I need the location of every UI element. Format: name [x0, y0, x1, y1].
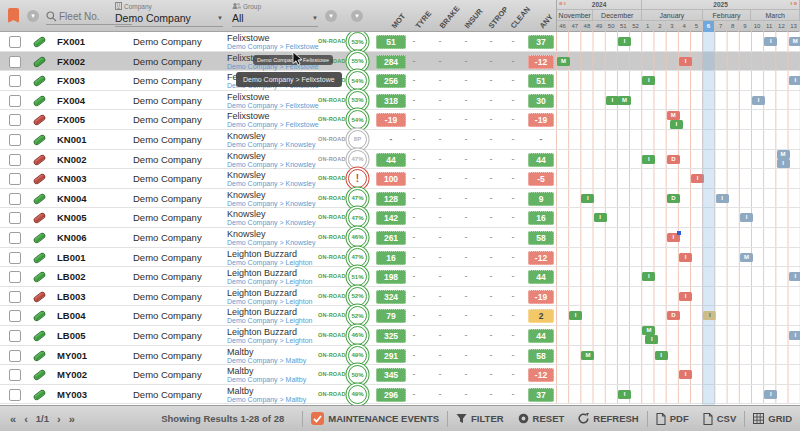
group-path-link[interactable]: Demo Company > Felixstowe: [227, 102, 322, 110]
timeline-week-1[interactable]: 1: [642, 21, 654, 32]
timeline-week-2[interactable]: 2: [654, 21, 666, 32]
timeline-week-13[interactable]: 13: [788, 21, 800, 32]
last-page-button[interactable]: »: [69, 413, 75, 425]
timeline-event-i[interactable]: I: [716, 194, 729, 203]
row-checkbox[interactable]: [9, 154, 21, 166]
group-path-link[interactable]: Demo Company > Maltby: [227, 357, 322, 365]
timeline-event-i[interactable]: I: [670, 120, 683, 129]
table-row[interactable]: FX005 Demo Company Felixstowe Demo Compa…: [0, 110, 800, 130]
timeline-event-d[interactable]: D: [667, 311, 680, 320]
export-csv-button[interactable]: CSV: [703, 413, 737, 425]
timeline-event-i[interactable]: I: [645, 335, 658, 344]
timeline-week-51[interactable]: 51: [618, 21, 630, 32]
table-row[interactable]: FX001 Demo Company Felixstowe Demo Compa…: [0, 32, 800, 52]
row-checkbox[interactable]: [9, 350, 21, 362]
timeline-event-i[interactable]: I: [679, 292, 692, 301]
reset-button[interactable]: RESET: [518, 413, 565, 424]
timeline-event-i[interactable]: I: [655, 351, 668, 360]
timeline-event-i[interactable]: I: [618, 390, 631, 399]
row-checkbox[interactable]: [9, 212, 21, 224]
row-checkbox[interactable]: [9, 193, 21, 205]
timeline-week-52[interactable]: 52: [630, 21, 642, 32]
timeline-event-i[interactable]: I: [642, 272, 655, 281]
timeline-event-i[interactable]: I: [581, 194, 594, 203]
timeline-week-11[interactable]: 11: [764, 21, 776, 32]
timeline-event-i[interactable]: I: [606, 96, 619, 105]
timeline-event-m[interactable]: M: [642, 326, 655, 335]
group-path-link[interactable]: Demo Company > Maltby: [227, 396, 322, 404]
table-row[interactable]: FX003 Demo Company Felixstowe Demo Compa…: [0, 71, 800, 91]
table-row[interactable]: KN006 Demo Company Knowsley Demo Company…: [0, 228, 800, 248]
timeline-event-i[interactable]: I: [691, 174, 704, 183]
timeline-prev-button[interactable]: ‹: [564, 0, 567, 7]
timeline-event-i[interactable]: I: [642, 76, 655, 85]
table-row[interactable]: MY001 Demo Company Maltby Demo Company >…: [0, 346, 800, 366]
timeline-week-46[interactable]: 46: [557, 21, 569, 32]
timeline-event-m[interactable]: M: [557, 57, 570, 66]
timeline-event-d[interactable]: D: [667, 155, 680, 164]
prev-page-button[interactable]: ‹: [24, 413, 28, 425]
timeline-week-8[interactable]: 8: [727, 21, 739, 32]
timeline-event-m[interactable]: M: [667, 111, 680, 120]
next-page-button[interactable]: ›: [57, 413, 61, 425]
group-path-link[interactable]: Demo Company > Knowsley: [227, 161, 322, 169]
group-path-link[interactable]: Demo Company > Felixstowe: [227, 121, 322, 129]
row-checkbox[interactable]: [9, 114, 21, 126]
timeline-event-m[interactable]: M: [740, 253, 753, 262]
table-row[interactable]: KN004 Demo Company Knowsley Demo Company…: [0, 189, 800, 209]
timeline-last-button[interactable]: »: [793, 0, 798, 7]
table-row[interactable]: LB004 Demo Company Leighton Buzzard Demo…: [0, 306, 800, 326]
timeline-event-i[interactable]: I: [642, 155, 655, 164]
timeline-event-m[interactable]: M: [777, 150, 790, 159]
row-checkbox[interactable]: [9, 291, 21, 303]
row-checkbox[interactable]: [9, 173, 21, 185]
group-path-link[interactable]: Demo Company > Knowsley: [227, 180, 322, 188]
timeline-week-4[interactable]: 4: [679, 21, 691, 32]
first-page-button[interactable]: «: [10, 413, 16, 425]
timeline-week-6[interactable]: 6: [703, 21, 715, 32]
row-checkbox[interactable]: [9, 95, 21, 107]
row-checkbox[interactable]: [9, 271, 21, 283]
bookmark-icon[interactable]: [8, 8, 19, 23]
table-row[interactable]: KN002 Demo Company Knowsley Demo Company…: [0, 150, 800, 170]
group-dropdown[interactable]: Group All ▼: [232, 2, 318, 27]
chevron-down-circle-button[interactable]: ▾: [325, 10, 337, 22]
chevron-down-circle-button[interactable]: ▾: [27, 10, 39, 22]
export-pdf-button[interactable]: PDF: [656, 413, 689, 425]
table-row[interactable]: FX002 Demo Company Felixstowe Demo Compa…: [0, 52, 800, 72]
timeline-week-10[interactable]: 10: [752, 21, 764, 32]
table-row[interactable]: KN003 Demo Company Knowsley Demo Company…: [0, 169, 800, 189]
timeline-event-i[interactable]: I: [752, 96, 765, 105]
timeline-week-7[interactable]: 7: [715, 21, 727, 32]
timeline-week-48[interactable]: 48: [581, 21, 593, 32]
table-row[interactable]: FX004 Demo Company Felixstowe Demo Compa…: [0, 91, 800, 111]
grid-view-button[interactable]: GRID: [753, 413, 792, 424]
timeline-event-i[interactable]: I: [679, 253, 692, 262]
timeline-event-m[interactable]: M: [581, 351, 594, 360]
timeline-event-m[interactable]: M: [789, 37, 800, 46]
group-path-link[interactable]: Demo Company > Knowsley: [227, 141, 322, 149]
row-checkbox[interactable]: [9, 75, 21, 87]
timeline-event-i[interactable]: I: [777, 159, 790, 168]
chevron-down-circle-button[interactable]: ▾: [351, 10, 363, 22]
timeline-week-49[interactable]: 49: [593, 21, 605, 32]
row-checkbox[interactable]: [9, 389, 21, 401]
table-row[interactable]: LB002 Demo Company Leighton Buzzard Demo…: [0, 267, 800, 287]
timeline-event-i[interactable]: I: [703, 311, 716, 320]
row-checkbox[interactable]: [9, 134, 21, 146]
table-row[interactable]: MY002 Demo Company Maltby Demo Company >…: [0, 365, 800, 385]
timeline-event-i[interactable]: I: [679, 57, 692, 66]
timeline-event-i[interactable]: I: [764, 37, 777, 46]
timeline-event-i[interactable]: I: [594, 213, 607, 222]
timeline-week-3[interactable]: 3: [666, 21, 678, 32]
group-path-link[interactable]: Demo Company > Maltby: [227, 376, 322, 384]
row-checkbox[interactable]: [9, 36, 21, 48]
timeline-event-i[interactable]: I: [740, 213, 753, 222]
group-path-link[interactable]: Demo Company > Knowsley: [227, 219, 322, 227]
timeline-event-i[interactable]: I: [667, 233, 680, 242]
timeline-week-12[interactable]: 12: [776, 21, 788, 32]
timeline-event-i[interactable]: I: [764, 390, 777, 399]
timeline-event-i[interactable]: I: [679, 370, 692, 379]
row-checkbox[interactable]: [9, 56, 21, 68]
table-row[interactable]: MY003 Demo Company Maltby Demo Company >…: [0, 385, 800, 405]
